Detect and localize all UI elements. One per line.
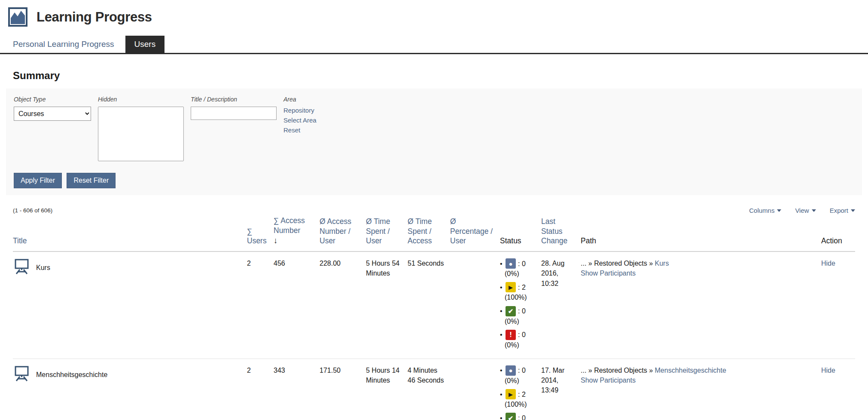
object-type-label: Object Type — [14, 96, 91, 103]
column-header-path: Path — [581, 216, 821, 251]
tab-bar: Personal Learning Progress Users — [0, 36, 868, 54]
filter-panel: Object Type Courses Hidden Title / Descr… — [6, 89, 862, 195]
area-link-reset[interactable]: Reset — [283, 126, 317, 134]
hidden-multiselect[interactable] — [98, 107, 184, 161]
column-header-action: Action — [821, 216, 855, 251]
title-description-label: Title / Description — [191, 96, 277, 103]
cell-percentage-per-user — [450, 251, 500, 359]
show-participants-link[interactable]: Show Participants — [581, 270, 636, 277]
row-title: Menschheitsgeschichte — [36, 370, 107, 380]
results-table-area: (1 - 606 of 606) Columns View Export Tit… — [13, 207, 855, 420]
column-header-avg-time-spent-per-user[interactable]: Ø Time Spent / User — [366, 216, 408, 251]
learning-progress-table: Title ∑ Users ∑ Access Number ↓ Ø Access… — [13, 216, 855, 420]
cell-time-spent-per-user: 5 Hours 14 Minutes — [366, 359, 408, 420]
object-type-select[interactable]: Courses — [14, 107, 91, 121]
cell-percentage-per-user — [450, 359, 500, 420]
status-not-attempted-icon — [506, 258, 516, 269]
cell-users: 2 — [247, 359, 274, 420]
reset-filter-button[interactable]: Reset Filter — [67, 173, 116, 188]
tab-users[interactable]: Users — [125, 36, 165, 53]
hide-action-link[interactable]: Hide — [821, 260, 835, 267]
sort-descending-icon: ↓ — [274, 236, 315, 246]
status-list: •: 0 (0%) •: 2 (100%) •: 0 (0%) •: 0 — [500, 365, 537, 420]
caret-down-icon — [812, 209, 816, 212]
result-range-text: (1 - 606 of 606) — [13, 207, 52, 214]
table-row: Kurs 2 456 228.00 5 Hours 54 Minutes 51 … — [13, 251, 855, 359]
bar-chart-icon — [8, 7, 28, 27]
page-header: Learning Progress — [0, 0, 868, 27]
table-header-row: Title ∑ Users ∑ Access Number ↓ Ø Access… — [13, 216, 855, 251]
cell-last-status-change: 17. Mar 2014, 13:49 — [541, 359, 581, 420]
column-header-sum-access-number[interactable]: ∑ Access Number ↓ — [274, 216, 320, 251]
title-description-field: Title / Description — [191, 96, 277, 120]
column-header-avg-time-spent-per-access[interactable]: Ø Time Spent / Access — [408, 216, 450, 251]
title-description-input[interactable] — [191, 107, 277, 120]
tab-personal-learning-progress[interactable]: Personal Learning Progress — [13, 36, 114, 53]
cell-access-number: 456 — [274, 251, 320, 359]
status-completed-icon — [506, 306, 516, 316]
row-title: Kurs — [36, 263, 50, 273]
status-in-progress-icon — [506, 282, 516, 292]
course-icon — [13, 258, 30, 277]
column-header-avg-access-number-per-user[interactable]: Ø Access Number / User — [320, 216, 366, 251]
path-course-link[interactable]: Kurs — [655, 260, 669, 267]
view-menu[interactable]: View — [795, 207, 816, 214]
show-participants-link[interactable]: Show Participants — [581, 377, 636, 384]
status-not-attempted-icon — [506, 365, 516, 376]
cell-access-number: 343 — [274, 359, 320, 420]
status-in-progress-icon — [506, 389, 516, 399]
path-course-link[interactable]: Menschheitsgeschichte — [655, 367, 726, 374]
status-completed-icon — [506, 413, 516, 420]
cell-access-number-per-user: 171.50 — [320, 359, 366, 420]
cell-users: 2 — [247, 251, 274, 359]
caret-down-icon — [777, 209, 781, 212]
hidden-field: Hidden — [98, 96, 184, 162]
page-title: Learning Progress — [37, 9, 152, 25]
table-row: Menschheitsgeschichte 2 343 171.50 5 Hou… — [13, 359, 855, 420]
column-header-last-status-change[interactable]: Last Status Change — [541, 216, 581, 251]
column-header-title[interactable]: Title — [13, 216, 247, 251]
area-link-select-area[interactable]: Select Area — [283, 116, 317, 124]
breadcrumb: ... » Restored Objects » Menschheitsgesc… — [581, 365, 817, 375]
column-header-avg-percentage-per-user[interactable]: Ø Percentage / User — [450, 216, 500, 251]
column-header-status: Status — [500, 216, 541, 251]
hidden-label: Hidden — [98, 96, 184, 103]
cell-access-number-per-user: 228.00 — [320, 251, 366, 359]
export-menu[interactable]: Export — [830, 207, 855, 214]
course-icon — [13, 365, 30, 384]
summary-heading: Summary — [13, 70, 868, 82]
object-type-field: Object Type Courses — [14, 96, 91, 121]
columns-menu[interactable]: Columns — [749, 207, 781, 214]
status-failed-icon — [506, 330, 516, 340]
area-link-repository[interactable]: Repository — [283, 107, 317, 114]
breadcrumb: ... » Restored Objects » Kurs — [581, 258, 817, 268]
hide-action-link[interactable]: Hide — [821, 367, 835, 374]
apply-filter-button[interactable]: Apply Filter — [14, 173, 62, 188]
area-field: Area Repository Select Area Reset — [283, 96, 317, 136]
cell-time-spent-per-access: 51 Seconds — [408, 251, 450, 359]
caret-down-icon — [851, 209, 855, 212]
cell-time-spent-per-user: 5 Hours 54 Minutes — [366, 251, 408, 359]
status-list: •: 0 (0%) •: 2 (100%) •: 0 (0%) •: 0 — [500, 258, 537, 350]
column-header-sum-users[interactable]: ∑ Users — [247, 216, 274, 251]
cell-last-status-change: 28. Aug 2016, 10:32 — [541, 251, 581, 359]
area-label: Area — [283, 96, 317, 103]
cell-time-spent-per-access: 4 Minutes 46 Seconds — [408, 359, 450, 420]
